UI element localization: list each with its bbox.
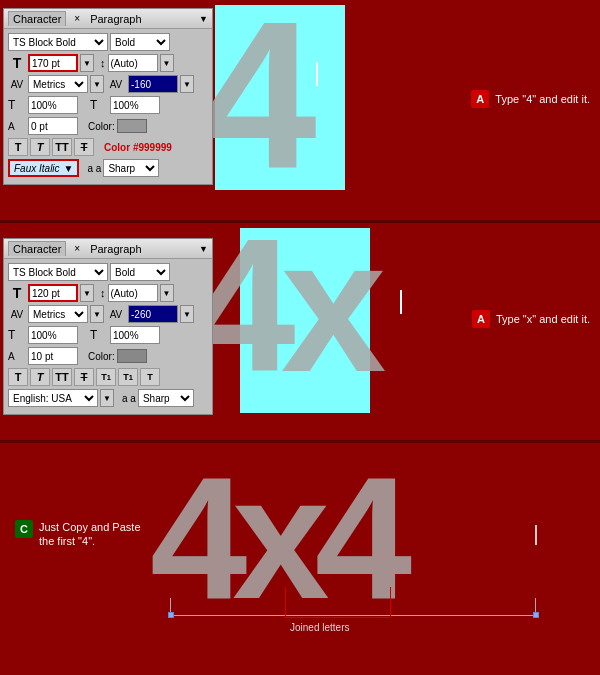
tracking-kerning-row-1: AV Metrics ▼ AV -160 ▼ [8,75,208,93]
t-italic-btn-1[interactable]: T [30,138,50,156]
aa-label-1: a a [87,163,101,174]
tab-character-1[interactable]: Character [8,11,66,26]
annotation-baseline-line [170,615,535,616]
callout-a2-text: Type "x" and edit it. [496,312,590,326]
language-arrow-2[interactable]: ▼ [100,389,114,407]
size-leading-row-2: T 120 pt ▼ ↕ (Auto) ▼ [8,284,208,302]
font-size-input-1[interactable]: 170 pt [28,54,78,72]
tracking-kerning-row-2: AV Metrics ▼ AV -260 ▼ [8,305,208,323]
letter-4-top: 4 [200,0,307,200]
t-super-btn-2[interactable]: T1 [118,368,138,386]
tab-character-2[interactable]: Character [8,241,66,256]
faux-italic-select-1[interactable]: Faux Italic ▼ [8,159,79,177]
t-buttons-row-1: T T TT T Color #999999 [8,138,208,156]
joined-letters-label: Joined letters [290,622,349,633]
color-swatch-2[interactable] [117,349,147,363]
tracking-arrow-1[interactable]: ▼ [90,75,104,93]
leading-arrow-1[interactable]: ▼ [160,54,174,72]
kerning-arrow-2[interactable]: ▼ [180,305,194,323]
baseline-icon-1: A [8,121,26,132]
callout-a1-text: Type "4" and edit it. [495,92,590,106]
font-size-icon-2: T [8,284,26,302]
scale-h-icon-1: T [8,98,26,112]
scale-v-input-1[interactable]: 100% [110,96,160,114]
callout-c-text: Just Copy and Pastethe first "4". [39,520,141,549]
panel-1-collapse[interactable]: ▼ [199,14,208,24]
scale-v-icon-2: T [90,328,108,342]
leading-arrow-2[interactable]: ▼ [160,284,174,302]
baseline-color-row-1: A 0 pt Color: [8,117,208,135]
sharp-select-2[interactable]: Sharp [138,389,194,407]
language-select-2[interactable]: English: USA [8,389,98,407]
kerning-arrow-1[interactable]: ▼ [180,75,194,93]
kerning-input-1[interactable]: -160 [128,75,178,93]
t-allcaps-btn-2[interactable]: T [140,368,160,386]
font-name-select-2[interactable]: TS Block Bold [8,263,108,281]
faux-sharp-row-1: Faux Italic ▼ a a Sharp [8,159,208,177]
panel-2-titlebar: Character × Paragraph ▼ [4,239,212,259]
panel-1-body: TS Block Bold Bold T 170 pt ▼ ↕ (Auto) ▼… [4,29,212,184]
color-swatch-1[interactable] [117,119,147,133]
font-family-row-2: TS Block Bold Bold [8,263,208,281]
baseline-icon-2: A [8,351,26,362]
color-hex-label-1: Color #999999 [104,142,172,153]
font-family-row-1: TS Block Bold Bold [8,33,208,51]
panel-2-body: TS Block Bold Bold T 120 pt ▼ ↕ (Auto) ▼… [4,259,212,414]
scale-v-icon-1: T [90,98,108,112]
t-sub-btn-2[interactable]: T1 [96,368,116,386]
color-label-1: Color: [88,121,115,132]
badge-c: C [15,520,33,538]
font-style-select-2[interactable]: Bold [110,263,170,281]
language-sharp-row-2: English: USA ▼ a a Sharp [8,389,208,407]
t-bold-btn-1[interactable]: TT [52,138,72,156]
sharp-select-1[interactable]: Sharp [103,159,159,177]
tracking-arrow-2[interactable]: ▼ [90,305,104,323]
color-label-2: Color: [88,351,115,362]
baseline-input-1[interactable]: 0 pt [28,117,78,135]
scale-h-input-2[interactable]: 100% [28,326,78,344]
font-size-icon-1: T [8,54,26,72]
t-normal-btn-2[interactable]: T [8,368,28,386]
red-arrow-2 [390,587,391,617]
t-normal-btn-1[interactable]: T [8,138,28,156]
font-name-select-1[interactable]: TS Block Bold [8,33,108,51]
tab-paragraph-2[interactable]: Paragraph [86,242,145,256]
panel-2-close[interactable]: × [74,243,80,254]
letter-4x-mid: 4x [190,210,371,400]
leading-input-2[interactable]: (Auto) [108,284,158,302]
scale-v-input-2[interactable]: 100% [110,326,160,344]
red-connector [285,617,390,618]
scale-row-2: T 100% T 100% [8,326,208,344]
font-size-input-2[interactable]: 120 pt [28,284,78,302]
font-size-arrow-1[interactable]: ▼ [80,54,94,72]
panel-1-close[interactable]: × [74,13,80,24]
leading-input-1[interactable]: (Auto) [108,54,158,72]
tracking-select-2[interactable]: Metrics [28,305,88,323]
tracking-select-1[interactable]: Metrics [28,75,88,93]
t-strikethrough-btn-1[interactable]: T [74,138,94,156]
callout-a1: A Type "4" and edit it. [471,90,590,108]
text-cursor-1 [316,62,318,86]
character-panel-1: Character × Paragraph ▼ TS Block Bold Bo… [3,8,213,185]
t-bold-btn-2[interactable]: TT [52,368,72,386]
badge-a2: A [472,310,490,328]
scale-h-input-1[interactable]: 100% [28,96,78,114]
kerning-input-2[interactable]: -260 [128,305,178,323]
font-size-arrow-2[interactable]: ▼ [80,284,94,302]
aa-label-2: a a [122,393,136,404]
handle-left [168,612,174,618]
t-buttons-row-2: T T TT T T1 T1 T [8,368,208,386]
baseline-input-2[interactable]: 10 pt [28,347,78,365]
panel-2-collapse[interactable]: ▼ [199,244,208,254]
font-style-select-1[interactable]: Bold [110,33,170,51]
badge-a1: A [471,90,489,108]
character-panel-2: Character × Paragraph ▼ TS Block Bold Bo… [3,238,213,415]
handle-right [533,612,539,618]
t-italic-btn-2[interactable]: T [30,368,50,386]
t-strikethrough-btn-2[interactable]: T [74,368,94,386]
baseline-color-row-2: A 10 pt Color: [8,347,208,365]
tracking-icon-1: AV [8,79,26,90]
kerning-icon-2: AV [106,309,126,320]
scale-row-1: T 100% T 100% [8,96,208,114]
tab-paragraph-1[interactable]: Paragraph [86,12,145,26]
